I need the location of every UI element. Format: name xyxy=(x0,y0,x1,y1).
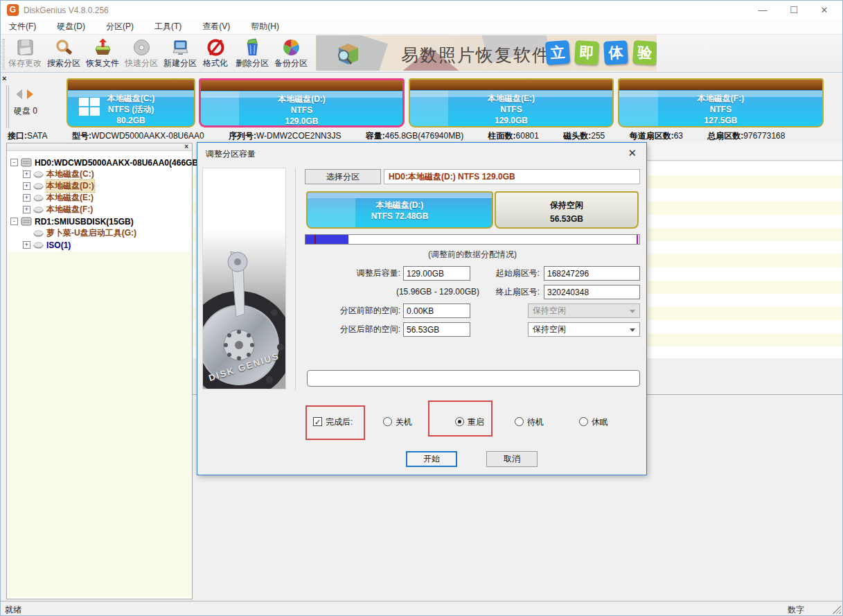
quick-partition-button[interactable]: 快速分区 xyxy=(123,37,160,71)
ad-tile-4[interactable]: 验 xyxy=(632,40,657,65)
expander-icon[interactable]: + xyxy=(23,194,30,202)
resize-grip[interactable] xyxy=(833,606,841,614)
info-value: 60801 xyxy=(516,131,539,141)
disk-icon xyxy=(21,158,32,167)
recover-files-button[interactable]: 恢复文件 xyxy=(84,37,121,71)
start-button[interactable]: 开始 xyxy=(406,451,457,467)
ad-tile-3[interactable]: 体 xyxy=(603,40,628,65)
end-sector-input[interactable] xyxy=(544,285,640,299)
search-partition-button[interactable]: 搜索分区 xyxy=(45,37,82,71)
start-sector-label: 起始扇区号: xyxy=(477,266,540,281)
status-bar: 就绪 数字 xyxy=(1,601,842,615)
tree-item-rd1[interactable]: - RD1:SMIUSBDISK(15GB) xyxy=(7,215,134,227)
info-value: 465.8GB(476940MB) xyxy=(385,131,463,141)
menu-file[interactable]: 文件(F) xyxy=(6,19,39,34)
ad-tile-1[interactable]: 立 xyxy=(545,40,570,65)
allocation-used-segment xyxy=(305,235,348,244)
tree-item-disk-c[interactable]: + 本地磁盘(C:) xyxy=(7,168,94,180)
partition-block-f[interactable]: 本地磁盘(F:) NTFS 127.5GB xyxy=(618,78,824,127)
tree-item-disk-e[interactable]: + 本地磁盘(E:) xyxy=(7,192,94,204)
next-disk-arrow-icon[interactable] xyxy=(27,89,33,99)
radio-hibernate[interactable] xyxy=(579,417,588,426)
radio-hibernate-label: 休眠 xyxy=(592,417,608,428)
viz-partition-block[interactable]: 本地磁盘(D:) NTFS 72.48GB xyxy=(306,191,493,229)
cancel-button[interactable]: 取消 xyxy=(486,451,538,467)
front-space-input[interactable] xyxy=(403,303,470,318)
after-done-checkbox[interactable]: ✓ xyxy=(313,417,322,426)
numlock-indicator: 数字 xyxy=(788,604,804,616)
menu-partition[interactable]: 分区(P) xyxy=(103,19,136,34)
tree-panel-empty-area xyxy=(8,252,191,597)
radio-reboot[interactable] xyxy=(455,417,464,426)
delete-partition-icon xyxy=(243,38,262,57)
format-icon xyxy=(206,38,225,57)
info-label: 总扇区数: xyxy=(707,131,743,141)
divider xyxy=(295,168,296,389)
delete-partition-button[interactable]: 删除分区 xyxy=(233,37,271,71)
panel-close-icon[interactable]: × xyxy=(2,74,10,82)
expander-icon[interactable]: + xyxy=(23,182,30,190)
menu-help[interactable]: 帮助(H) xyxy=(248,19,282,34)
expander-icon[interactable]: + xyxy=(23,170,30,178)
backup-partition-button[interactable]: 备份分区 xyxy=(272,37,310,71)
expander-icon[interactable]: - xyxy=(10,159,18,166)
title-bar: G DiskGenius V4.8.0.256 — ☐ ✕ xyxy=(1,1,842,19)
prev-disk-arrow-icon[interactable] xyxy=(16,89,22,99)
tree-close-icon[interactable]: × xyxy=(184,143,188,150)
dialog-title: 调整分区容量 xyxy=(206,148,256,160)
menu-disk[interactable]: 硬盘(D) xyxy=(54,19,88,34)
drive-icon xyxy=(33,242,44,249)
allocation-end-tick xyxy=(637,235,638,244)
capacity-input[interactable] xyxy=(403,266,470,281)
front-space-mode-select: 保持空闲 xyxy=(528,303,640,318)
ad-banner[interactable]: 易数照片恢复软件 立 即 体 验 xyxy=(316,35,657,71)
back-space-input[interactable] xyxy=(403,322,470,337)
select-partition-button[interactable]: 选择分区 xyxy=(305,169,381,184)
info-value: 255 xyxy=(591,131,605,141)
tree-item-hd0[interactable]: - HD0:WDCWD5000AAKX-08U6AA0(466GB) xyxy=(7,157,201,168)
viz-partition-text: 本地磁盘(D:) NTFS 72.48GB xyxy=(308,200,492,222)
radio-standby[interactable] xyxy=(515,417,524,426)
partition-block-c[interactable]: 本地磁盘(C:) NTFS (活动) 80.2GB xyxy=(66,78,195,127)
partition-top-strip xyxy=(68,80,194,90)
close-button[interactable]: ✕ xyxy=(813,1,836,19)
expander-icon[interactable]: + xyxy=(23,206,30,213)
allocation-bar[interactable] xyxy=(305,234,640,245)
tree-item-disk-f[interactable]: + 本地磁盘(F:) xyxy=(7,204,93,215)
expander-icon[interactable]: - xyxy=(10,218,18,225)
capacity-range-hint: (15.96GB - 129.00GB) xyxy=(391,285,484,299)
maximize-button[interactable]: ☐ xyxy=(782,1,806,19)
back-space-mode-select[interactable]: 保持空闲 xyxy=(528,322,640,337)
tree-item-disk-d[interactable]: + 本地磁盘(D:) xyxy=(7,180,94,192)
ad-tile-2[interactable]: 即 xyxy=(574,40,599,65)
dialog-close-icon[interactable]: ✕ xyxy=(628,147,637,159)
info-label: 容量: xyxy=(366,131,385,141)
capacity-label: 调整后容量: xyxy=(315,266,400,281)
partition-block-e[interactable]: 本地磁盘(E:) NTFS 129.0GB xyxy=(409,78,614,127)
new-partition-button[interactable]: 新建分区 xyxy=(161,37,199,71)
toolbar-grip[interactable] xyxy=(3,39,5,69)
radio-shutdown[interactable] xyxy=(383,417,392,426)
tree-panel-header[interactable]: × xyxy=(7,143,192,151)
expander-icon[interactable]: + xyxy=(23,241,30,249)
partition-tree-panel: × - HD0:WDCWD5000AAKX-08U6AA0(466GB) + 本… xyxy=(6,143,193,599)
partition-top-strip xyxy=(619,80,822,90)
new-partition-icon xyxy=(171,38,190,57)
viz-free-block[interactable]: 保持空闲 56.53GB xyxy=(495,191,639,229)
selected-partition-value: HD0:本地磁盘(D:) NTFS 129.0GB xyxy=(384,169,640,184)
hdd-photo: DISK GENIUS xyxy=(202,168,286,389)
app-logo-icon: G xyxy=(7,4,19,16)
partition-block-d[interactable]: 本地磁盘(D:) NTFS 129.0GB xyxy=(199,78,405,127)
minimize-button[interactable]: — xyxy=(751,1,774,19)
tree-item-iso[interactable]: + ISO(1) xyxy=(7,239,71,251)
start-sector-input[interactable] xyxy=(544,266,640,281)
save-changes-button[interactable]: 保存更改 xyxy=(6,37,44,71)
menu-tools[interactable]: 工具(T) xyxy=(152,19,184,34)
tree-label: HD0:WDCWD5000AAKX-08U6AA0(466GB) xyxy=(35,158,201,168)
tree-item-usb-g[interactable]: 萝卜菜-U盘启动工具(G:) xyxy=(7,227,136,239)
menu-view[interactable]: 查看(V) xyxy=(199,19,233,34)
drive-icon xyxy=(33,171,44,178)
drive-icon xyxy=(33,195,44,202)
panel-grip[interactable] xyxy=(6,85,9,128)
format-button[interactable]: 格式化 xyxy=(200,37,231,71)
